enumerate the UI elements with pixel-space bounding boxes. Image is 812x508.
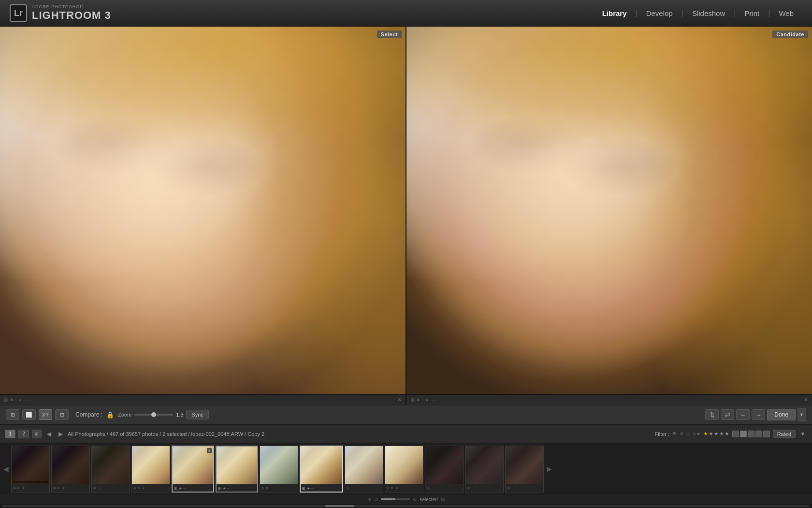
thumb-image-7 [260, 446, 298, 484]
thumb-image-13 [506, 446, 543, 484]
view-icon-2[interactable] [740, 431, 747, 437]
thumb-bottom-3: ⊞ ··· [92, 484, 130, 493]
swap-select-button[interactable]: ⇅ [705, 409, 719, 420]
zoom-handle[interactable] [151, 412, 156, 417]
select-label: Select [377, 30, 402, 38]
right-close-button[interactable]: ✕ [804, 397, 808, 403]
left-loupe-icon[interactable]: ✕ [10, 397, 14, 403]
filter-star-5[interactable]: ★ [725, 431, 729, 437]
done-dropdown-button[interactable]: ▼ [798, 408, 806, 421]
thumbnail-6-candidate[interactable]: ⊞ ★····· [216, 446, 258, 493]
filmstrip-scrollbar[interactable] [0, 504, 812, 508]
candidate-panel: Candidate [406, 27, 812, 394]
nav-prev-button[interactable]: ← [736, 409, 750, 420]
nav-slideshow[interactable]: Slideshow [683, 7, 734, 19]
done-button[interactable]: Done [767, 409, 796, 420]
thumbnail-12[interactable]: ⊞ [465, 446, 504, 493]
thumbnail-13[interactable]: ⊞ [505, 446, 544, 493]
thumb-image-12 [465, 446, 503, 484]
nav-web[interactable]: Web [770, 7, 802, 19]
sync-button[interactable]: Sync [186, 410, 208, 419]
thumb-bottom-7: ⊞✕ [260, 484, 298, 493]
lock-icon[interactable]: 🔒 [105, 410, 115, 419]
zoom-slider[interactable] [134, 414, 173, 416]
thumb-image-3 [92, 446, 130, 484]
select-panel: Select [0, 27, 406, 394]
bottom-icon-left[interactable]: ⊞ [367, 497, 371, 502]
filter-star-3[interactable]: ★ [714, 431, 719, 437]
thumbnail-2[interactable]: ⊞✕ ★····· [51, 446, 90, 493]
loupe-view-button[interactable]: ⬜ [22, 409, 36, 420]
right-loupe-icon[interactable]: ✕ [416, 397, 420, 403]
thumbnail-3[interactable]: ⊞ ··· [91, 446, 130, 493]
left-photo-bg [0, 27, 406, 394]
thumbnail-11[interactable]: ⊞ [425, 446, 464, 493]
filmstrip-scroll-right[interactable]: ▶ [545, 446, 553, 493]
grid-view-button[interactable]: ⊞ [6, 409, 19, 420]
view-icon-4[interactable] [755, 431, 762, 437]
right-star-2[interactable]: · [430, 398, 431, 403]
thumbnail-7[interactable]: ⊞✕ [260, 446, 298, 493]
page-1-button[interactable]: 1 [5, 430, 15, 438]
thumb-bottom-12: ⊞ [465, 484, 503, 493]
thumbnail-4[interactable]: ⊞✕ ★····· [131, 446, 170, 493]
right-star-5[interactable]: · [436, 398, 438, 403]
thumb-bottom-11: ⊞ [425, 484, 463, 493]
bottom-icon-rotate-left[interactable]: ↺ [374, 497, 378, 502]
left-expand-icon[interactable]: ⊞ [4, 397, 8, 403]
left-close-button[interactable]: ✕ [397, 397, 402, 403]
view-icon-1[interactable] [732, 431, 739, 437]
filter-star-4[interactable]: ★ [719, 431, 724, 437]
right-star-3[interactable]: · [432, 398, 434, 403]
left-star-1[interactable]: ★ [18, 398, 22, 403]
thumb-image-9 [345, 446, 383, 484]
thumb-bottom-2: ⊞✕ ★····· [52, 484, 89, 493]
filter-star-1[interactable]: ★ [703, 431, 708, 437]
filmstrip-next-button[interactable]: ▶ [56, 430, 65, 438]
filmstrip-bar: 1 2 ⊞ ◀ ▶ All Photographs / 467 of 39657… [0, 424, 812, 443]
bottom-icon-rotate-right[interactable]: ↻ [413, 497, 417, 502]
filter-reject-icon[interactable]: ✕ [680, 431, 683, 436]
filter-area: Filter : ⚑ ✕ ◇ ≥★ ★ ★ ★ ★ ★ Rated ▼ [655, 430, 807, 438]
thumb-bottom-10: ⊞✕ ★····· [385, 484, 423, 493]
thumb-bottom-8: ⊞ ★····· [301, 484, 342, 493]
thumb-image-6 [217, 447, 257, 484]
left-photo-overlay [0, 27, 406, 394]
zoom-label: Zoom [118, 412, 131, 418]
right-star-4[interactable]: · [434, 398, 435, 403]
nav-print[interactable]: Print [736, 7, 768, 19]
filmstrip-scroll-left[interactable]: ◀ [2, 446, 10, 493]
left-star-4[interactable]: · [28, 398, 29, 403]
bottom-icon-right[interactable]: ⊠ [441, 497, 445, 502]
left-star-2[interactable]: · [23, 398, 25, 403]
left-photo-bottom: ⊞ ✕ ★ · · · · ✕ [0, 395, 406, 405]
page-2-button[interactable]: 2 [18, 430, 29, 438]
filmstrip-prev-button[interactable]: ◀ [44, 430, 53, 438]
nav-library[interactable]: Library [594, 7, 636, 19]
filter-flag-icon[interactable]: ⚑ [672, 431, 677, 436]
filmstrip-grid-button[interactable]: ⊞ [32, 430, 42, 438]
scroll-thumb[interactable] [325, 505, 354, 507]
nav-develop[interactable]: Develop [638, 7, 682, 19]
view-icon-3[interactable] [748, 431, 754, 437]
thumbnail-10[interactable]: ⊞✕ ★····· [385, 446, 423, 493]
survey-view-button[interactable]: ⊟ [55, 409, 69, 420]
filter-star-2[interactable]: ★ [709, 431, 713, 437]
filter-dropdown-arrow[interactable]: ▼ [798, 430, 807, 438]
left-star-3[interactable]: · [26, 398, 27, 403]
toolbar-row: ⊞ ⬜ XY ⊟ Compare : 🔒 Zoom 1:3 Sync ⇅ ⇄ ←… [0, 405, 812, 424]
thumbnail-5-select[interactable]: 4 ⊞ ★····· [172, 446, 214, 493]
left-star-5[interactable]: · [30, 398, 31, 403]
view-icon-5[interactable] [763, 431, 770, 437]
thumb-bottom-9: ⊞ [345, 484, 383, 493]
filter-star-threshold-icon[interactable]: ≥★ [693, 431, 700, 436]
swap-candidate-button[interactable]: ⇄ [721, 409, 734, 420]
nav-next-button[interactable]: → [752, 409, 765, 420]
compare-view-button[interactable]: XY [39, 409, 52, 420]
thumbnail-8-active[interactable]: ⊞ ★····· [300, 446, 343, 493]
right-expand-icon[interactable]: ⊞ [410, 397, 414, 403]
thumbnail-9[interactable]: ⊞ [345, 446, 383, 493]
thumbnail-1[interactable]: ⊞✕ ★····· [11, 446, 50, 493]
right-star-1[interactable]: ★ [425, 398, 429, 403]
filter-unflagged-icon[interactable]: ◇ [686, 431, 690, 436]
